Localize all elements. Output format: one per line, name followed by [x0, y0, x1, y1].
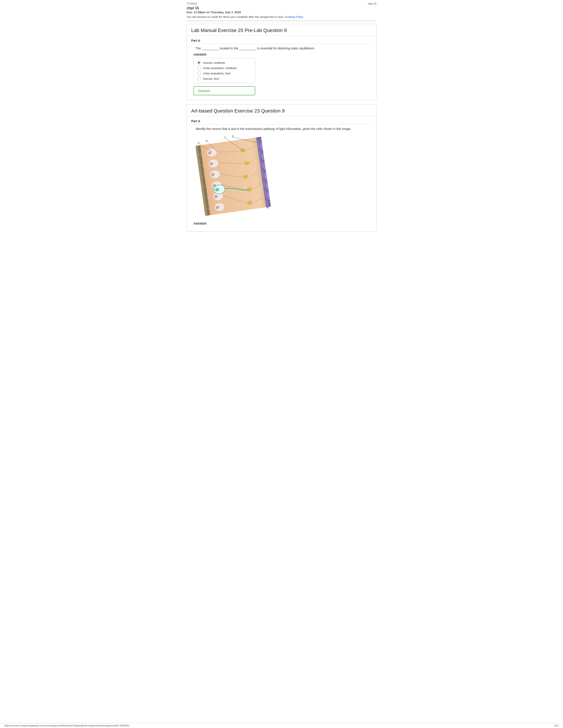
art-based-question: Identify the neuron that is last in the … [195, 127, 372, 131]
radio-1[interactable] [197, 61, 201, 64]
option-label-4: macula; duct [203, 77, 219, 80]
option-label-1: macula; vestibule [203, 61, 225, 64]
option-row-4[interactable]: macula; duct [197, 77, 251, 80]
art-based-part-label: Part A [191, 119, 372, 124]
retina-image: A B C D [195, 134, 271, 218]
grading-notice: You will receive no credit for items you… [186, 15, 377, 21]
art-based-answer-label: ANSWER: [193, 222, 372, 225]
correct-box: Correct [193, 86, 255, 95]
correct-text: Correct [198, 89, 210, 93]
art-based-section: Art-based Question Exercise 23 Question … [186, 104, 377, 232]
retina-image-container: A B C D [195, 134, 372, 219]
page-container: 7/7/2016 chpt 15 chpt 15 Due: 11:59pm on… [182, 0, 381, 245]
art-based-part-a: Part A Identify the neuron that is last … [187, 116, 376, 231]
lab-manual-part-label: Part A [191, 39, 372, 44]
lab-manual-title: Lab Manual Exercise 25 Pre-Lab Question … [187, 24, 376, 36]
lab-manual-section: Lab Manual Exercise 25 Pre-Lab Question … [186, 24, 377, 100]
lab-manual-part-a: Part A The __________ located in the ___… [187, 36, 376, 100]
assignment-title: chpt 15 [186, 6, 377, 10]
art-based-title: Art-based Question Exercise 23 Question … [187, 105, 376, 116]
header-chapter: chpt 15 [368, 2, 377, 5]
lab-manual-question: The __________ located in the __________… [195, 46, 372, 51]
lab-manual-options: macula; vestibule crista ampullaris; ves… [193, 58, 255, 83]
radio-3[interactable] [197, 71, 201, 75]
option-label-3: crista ampullaris; duct [203, 72, 231, 75]
due-date: Due: 11:59pm on Thursday, July 7, 2016 [186, 11, 377, 14]
option-row-3[interactable]: crista ampullaris; duct [197, 71, 251, 75]
header-date: 7/7/2016 [186, 2, 197, 5]
radio-2[interactable] [197, 66, 201, 70]
lab-manual-answer-label: ANSWER: [193, 53, 372, 56]
option-label-2: crista ampullaris; vestibule [203, 66, 236, 70]
grading-policy-link[interactable]: Grading Policy [285, 15, 304, 19]
radio-4[interactable] [197, 77, 201, 80]
radio-1-inner [198, 62, 200, 64]
option-row-2[interactable]: crista ampullaris; vestibule [197, 66, 251, 70]
option-row-1[interactable]: macula; vestibule [197, 61, 251, 64]
header-bar: 7/7/2016 chpt 15 [186, 2, 377, 5]
